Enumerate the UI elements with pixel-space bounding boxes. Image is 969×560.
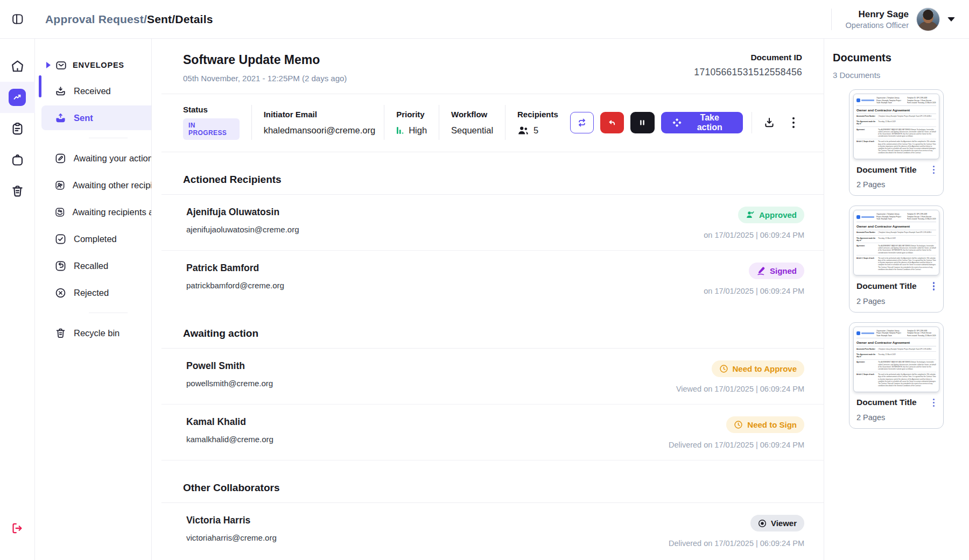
document-thumbnail: Organisation: | Template Library Project…: [853, 210, 939, 275]
status-column: Status IN PROGRESS: [183, 105, 251, 140]
kebab-icon: [792, 117, 795, 128]
workflow-column: Workflow Sequential: [451, 110, 505, 136]
sidebar-divider: [89, 138, 128, 138]
recipient-email: ajenifujaoluwatosin@creme.org: [186, 225, 299, 234]
document-card-menu-icon[interactable]: [931, 165, 937, 175]
clock-icon: [719, 364, 728, 373]
section-heading: Awaiting action: [162, 322, 824, 349]
resend-button[interactable]: [570, 112, 594, 133]
thumb-row-label: Article 1, Scope of work: [856, 373, 876, 387]
document-card[interactable]: Organisation: | Template Library Project…: [849, 205, 944, 312]
action-toolbar: Take action: [570, 112, 802, 133]
header-divider: [831, 9, 832, 30]
thumb-row-label: Automated Form Number: [856, 348, 876, 350]
status-label: Status: [183, 105, 240, 114]
breadcrumb: Approval Request/Sent/Details: [45, 13, 213, 26]
chevron-down-icon[interactable]: [947, 17, 955, 22]
document-card[interactable]: Organisation: | Template Library Project…: [849, 89, 944, 196]
sidebar-item-awaiting-other-recipients[interactable]: Awaiting other recipi...: [41, 173, 151, 197]
document-card-title: Document Title: [856, 165, 917, 175]
document-card-title: Document Title: [856, 281, 917, 291]
inbox-in-icon: [54, 85, 67, 97]
undo-icon: [606, 117, 618, 129]
priority-label: Priority: [396, 110, 427, 119]
sidebar-item-received[interactable]: Received: [41, 79, 151, 103]
document-card-menu-icon[interactable]: [931, 398, 937, 408]
document-card-pages: 2 Pages: [856, 413, 937, 422]
thumb-row-label: Automated Form Number: [856, 115, 876, 117]
document-card[interactable]: Organisation: | Template Library Project…: [849, 322, 944, 429]
recipient-name: Powell Smith: [186, 360, 273, 372]
sidebar-item-awaiting-recipients-approval[interactable]: Awaiting recipients a...: [41, 200, 151, 224]
rail-item-activity[interactable]: [0, 82, 35, 113]
download-button[interactable]: [761, 112, 778, 133]
sidebar-divider: [89, 313, 128, 313]
recipients-count: 5: [533, 125, 538, 136]
thumb-row-label: This Agreement made the day of: [856, 237, 876, 242]
rail-item-packages[interactable]: [0, 144, 35, 175]
document-card-menu-icon[interactable]: [931, 281, 937, 291]
recipient-name: Ajenifuja Oluwatosin: [186, 207, 299, 218]
recall-button[interactable]: [600, 112, 624, 133]
take-action-button[interactable]: Take action: [661, 112, 743, 133]
user-name: Henry Sage: [846, 9, 909, 20]
sidebar-item-label: Recycle bin: [74, 328, 120, 338]
workflow-value: Sequential: [451, 125, 493, 136]
recycle-bin-icon: [54, 327, 67, 339]
top-header: Approval Request/Sent/Details Henry Sage…: [0, 0, 969, 39]
thumbnail-logo-icon: [856, 213, 875, 221]
sidebar-toggle-icon[interactable]: [11, 12, 24, 26]
rail-item-tasks[interactable]: [0, 113, 35, 144]
pencil-square-icon: [54, 152, 67, 165]
sidebar-item-completed[interactable]: Completed: [41, 226, 151, 251]
recipient-row: Patrick Bamford patrickbamford@creme.org…: [162, 250, 824, 306]
document-thumbnail: Organisation: | Template Library Project…: [853, 327, 939, 392]
breadcrumb-current: Sent/Details: [147, 13, 213, 25]
sidebar-section-envelopes[interactable]: ENVELOPES: [41, 54, 151, 76]
users-square-icon: [54, 179, 66, 192]
more-options-button[interactable]: [784, 112, 802, 133]
recipient-email: patrickbamford@creme.org: [186, 281, 284, 290]
priority-high-icon: [396, 126, 404, 134]
status-badge-approved: Approved: [738, 207, 804, 223]
thumb-meta: Form created: Thursday, 21 March 2019: [907, 102, 936, 104]
toolbar-divider: [752, 112, 752, 133]
document-card-pages: 2 Pages: [856, 180, 937, 189]
rail-item-home[interactable]: [0, 51, 35, 82]
take-action-icon: [672, 117, 682, 128]
check-square-icon: [54, 233, 67, 245]
recipient-email: victoriaharris@creme.org: [186, 533, 277, 542]
breadcrumb-parent[interactable]: Approval Request/: [45, 13, 147, 25]
section-actioned-recipients: Actioned Recipients Ajenifuja Oluwatosin…: [162, 168, 824, 306]
pause-button[interactable]: [630, 112, 654, 133]
thumb-row-value: The work to be performed under this Agre…: [878, 257, 936, 271]
thumbnail-logo-icon: [856, 330, 875, 337]
status-bar: Status IN PROGRESS Initiator Email khale…: [162, 94, 824, 152]
action-timestamp: Viewed on 17/01/2025 | 06:09:24 PM: [676, 385, 804, 393]
document-header: Software Update Memo 05th November, 2021…: [162, 39, 824, 94]
sidebar-item-awaiting-your-action[interactable]: Awaiting your action: [41, 146, 151, 171]
section-expand-arrow-icon: [46, 62, 51, 68]
status-badge-signed: Signed: [749, 263, 804, 279]
sidebar-item-rejected[interactable]: Rejected: [41, 280, 151, 305]
recipient-email: kamalkhalid@creme.org: [186, 435, 273, 444]
clock-icon: [734, 420, 743, 429]
sidebar-item-recycle-bin[interactable]: Recycle bin: [41, 321, 151, 345]
page-title: Software Update Memo: [183, 53, 347, 67]
sidebar-item-recalled[interactable]: Recalled: [41, 253, 151, 278]
rail-item-trash[interactable]: [0, 175, 35, 207]
avatar[interactable]: [916, 8, 940, 31]
thumb-meta: Team: Example Team: [876, 102, 905, 104]
recipient-row: Ajenifuja Oluwatosin ajenifujaoluwatosin…: [162, 195, 824, 250]
active-rail-indicator: [39, 75, 41, 97]
document-id-value: 17105661531512558456: [694, 67, 802, 78]
status-badge: IN PROGRESS: [183, 118, 240, 140]
thumb-doc-heading: Owner and Contractor Agreement: [856, 106, 936, 114]
status-divider: [251, 105, 252, 140]
documents-count: 3 Documents: [833, 70, 969, 80]
sidebar-item-sent[interactable]: Sent: [41, 105, 151, 130]
rail-item-logout[interactable]: [0, 513, 35, 544]
sidebar-item-label: Awaiting other recipi...: [73, 180, 151, 190]
section-heading: Actioned Recipients: [162, 168, 824, 195]
priority-column: Priority High: [396, 110, 439, 136]
